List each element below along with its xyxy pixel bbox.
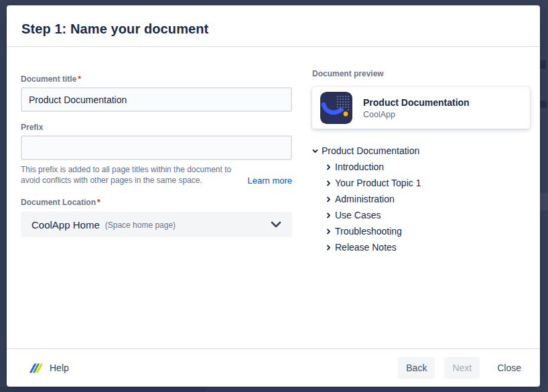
chevron-right-icon[interactable] <box>326 180 335 186</box>
document-title-label: Document title* <box>21 74 292 84</box>
tree-item[interactable]: Introduction <box>312 159 530 175</box>
app-logo-icon <box>29 363 43 373</box>
help-label: Help <box>50 363 69 373</box>
required-asterisk: * <box>78 74 81 84</box>
tree-item-label: Troubleshooting <box>335 226 402 237</box>
document-location-select[interactable]: CoolApp Home (Space home page) <box>21 212 292 237</box>
learn-more-link[interactable]: Learn more <box>248 176 292 186</box>
chevron-right-icon[interactable] <box>326 212 335 218</box>
chevron-right-icon[interactable] <box>326 228 335 235</box>
preview-card-subtitle: CoolApp <box>363 110 470 119</box>
tree-item-label: Administration <box>335 194 395 204</box>
tree-item-label: Product Documentation <box>322 145 419 156</box>
tree-item[interactable]: Administration <box>312 191 530 207</box>
chevron-right-icon[interactable] <box>326 196 335 202</box>
backdrop-artifact <box>539 101 547 108</box>
prefix-label: Prefix <box>21 123 292 132</box>
tree-item[interactable]: Release Notes <box>312 239 530 255</box>
document-location-label: Document Location* <box>21 198 292 207</box>
tree-item-label: Release Notes <box>335 242 397 253</box>
document-tree: Product Documentation Introduction Your … <box>312 143 530 255</box>
chevron-right-icon[interactable] <box>326 164 335 170</box>
back-button[interactable]: Back <box>398 357 435 379</box>
backdrop-artifact <box>540 60 546 69</box>
next-button[interactable]: Next <box>444 357 480 379</box>
tree-item[interactable]: Troubleshooting <box>312 223 530 239</box>
tree-item-label: Your Product Topic 1 <box>335 178 421 188</box>
close-button[interactable]: Close <box>489 357 529 379</box>
document-title-input[interactable] <box>21 87 292 112</box>
document-preview-card: Product Documentation CoolApp <box>312 87 530 129</box>
prefix-help-row: This prefix is added to all page titles … <box>21 164 292 186</box>
tree-item-label: Introduction <box>335 161 384 172</box>
chevron-down-icon[interactable] <box>312 148 322 154</box>
preview-card-text: Product Documentation CoolApp <box>363 97 470 119</box>
dialog-body: Document title* Prefix This prefix is ad… <box>7 48 540 348</box>
required-asterisk: * <box>97 198 100 207</box>
prefix-help-text: This prefix is added to all page titles … <box>21 164 243 186</box>
backdrop-artifact <box>540 193 548 210</box>
chevron-down-icon <box>271 221 281 228</box>
document-preview-heading: Document preview <box>312 69 530 78</box>
dialog-footer: Help Back Next Close <box>7 348 540 387</box>
tree-item-label: Use Cases <box>335 210 381 220</box>
help-button[interactable]: Help <box>29 363 69 373</box>
tree-item-root[interactable]: Product Documentation <box>312 143 530 159</box>
preview-card-title: Product Documentation <box>363 97 470 108</box>
tree-item[interactable]: Your Product Topic 1 <box>312 175 530 191</box>
prefix-input[interactable] <box>21 135 292 160</box>
backdrop-artifact <box>0 387 206 392</box>
form-column: Document title* Prefix This prefix is ad… <box>21 69 292 348</box>
dialog-header: Step 1: Name your document <box>7 5 540 47</box>
document-cover-icon <box>320 92 352 124</box>
location-hint: (Space home page) <box>105 220 176 230</box>
dialog-title: Step 1: Name your document <box>21 21 208 37</box>
tree-item[interactable]: Use Cases <box>312 207 530 223</box>
chevron-right-icon[interactable] <box>326 245 335 251</box>
location-selected-value: CoolApp Home <box>31 219 100 231</box>
create-document-dialog: Step 1: Name your document Document titl… <box>7 5 540 387</box>
preview-column: Document preview Produ <box>312 69 530 348</box>
